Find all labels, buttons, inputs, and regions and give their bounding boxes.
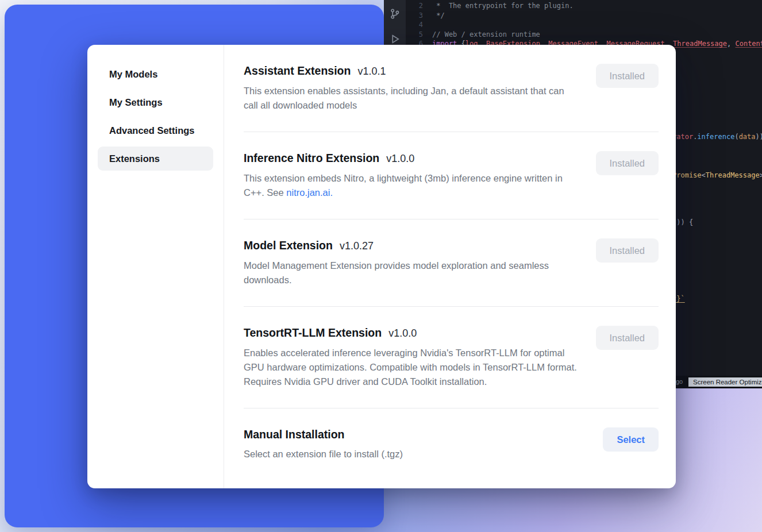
extension-title: Assistant Extension v1.0.1 <box>244 64 578 78</box>
source-control-icon[interactable] <box>389 8 401 20</box>
extension-row-inference-nitro: Inference Nitro Extension v1.0.0 This ex… <box>244 132 659 219</box>
run-debug-icon[interactable] <box>389 33 401 45</box>
manual-installation-title: Manual Installation <box>244 427 345 441</box>
installed-button[interactable]: Installed <box>596 238 659 263</box>
extension-info: Manual Installation Select an extension … <box>244 427 578 461</box>
extension-info: Inference Nitro Extension v1.0.0 This ex… <box>244 151 578 200</box>
extension-version: v1.0.0 <box>388 326 417 340</box>
extensions-list: Assistant Extension v1.0.1 This extensio… <box>224 45 676 488</box>
extension-info: Model Extension v1.0.27 Model Management… <box>244 238 578 287</box>
extension-info: Assistant Extension v1.0.1 This extensio… <box>244 64 578 113</box>
settings-modal: My Models My Settings Advanced Settings … <box>87 45 676 488</box>
code-fragment: Promise<ThreadMessage> <box>672 171 762 180</box>
manual-installation-description: Select an extension file to install (.tg… <box>244 447 578 461</box>
sidebar-item-label: My Settings <box>109 97 163 108</box>
sidebar-item-my-settings[interactable]: My Settings <box>98 90 213 114</box>
screen-reader-status-badge[interactable]: Screen Reader Optimized <box>688 377 762 387</box>
extension-description: Enables accelerated inference leveraging… <box>244 346 578 389</box>
sidebar-item-extensions[interactable]: Extensions <box>98 147 213 171</box>
extension-row-tensorrt-llm: TensortRT-LLM Extension v1.0.0 Enables a… <box>244 307 659 408</box>
extension-version: v1.0.1 <box>357 64 386 78</box>
sidebar-item-label: Extensions <box>109 153 160 164</box>
extension-title: Manual Installation <box>244 427 578 441</box>
sidebar-item-advanced-settings[interactable]: Advanced Settings <box>98 118 213 142</box>
code-fragment: rator.inference(data)); <box>672 132 762 141</box>
extension-name: TensortRT-LLM Extension <box>244 326 382 340</box>
nitro-jan-ai-link[interactable]: nitro.jan.ai. <box>286 187 333 198</box>
extension-row-assistant: Assistant Extension v1.0.1 This extensio… <box>244 45 659 132</box>
code-lines: 2 * The entrypoint for the plugin.3 */45… <box>414 1 762 49</box>
installed-button[interactable]: Installed <box>596 326 659 350</box>
extension-description: Model Management Extension provides mode… <box>244 259 578 287</box>
extension-description: This extension enables assistants, inclu… <box>244 84 578 113</box>
extension-description: This extension embeds Nitro, a lightweig… <box>244 171 578 200</box>
settings-sidebar: My Models My Settings Advanced Settings … <box>87 45 224 488</box>
sidebar-item-label: Advanced Settings <box>109 125 195 136</box>
extension-name: Assistant Extension <box>244 64 351 78</box>
sidebar-item-my-models[interactable]: My Models <box>98 62 213 86</box>
extension-title: Model Extension v1.0.27 <box>244 238 578 253</box>
select-file-button[interactable]: Select <box>603 427 659 452</box>
extension-row-model: Model Extension v1.0.27 Model Management… <box>244 219 659 307</box>
page: 2 * The entrypoint for the plugin.3 */45… <box>0 0 762 532</box>
extension-version: v1.0.0 <box>386 152 414 165</box>
extension-name: Model Extension <box>244 238 333 252</box>
extension-version: v1.0.27 <box>340 239 374 253</box>
manual-installation-row: Manual Installation Select an extension … <box>244 408 659 480</box>
status-text: go <box>676 378 683 385</box>
extension-name: Inference Nitro Extension <box>244 151 379 165</box>
extension-info: TensortRT-LLM Extension v1.0.0 Enables a… <box>244 326 578 389</box>
extension-title: TensortRT-LLM Extension v1.0.0 <box>244 326 578 340</box>
installed-button[interactable]: Installed <box>596 64 659 88</box>
installed-button[interactable]: Installed <box>596 151 659 175</box>
sidebar-item-label: My Models <box>109 69 157 80</box>
extension-title: Inference Nitro Extension v1.0.0 <box>244 151 578 165</box>
